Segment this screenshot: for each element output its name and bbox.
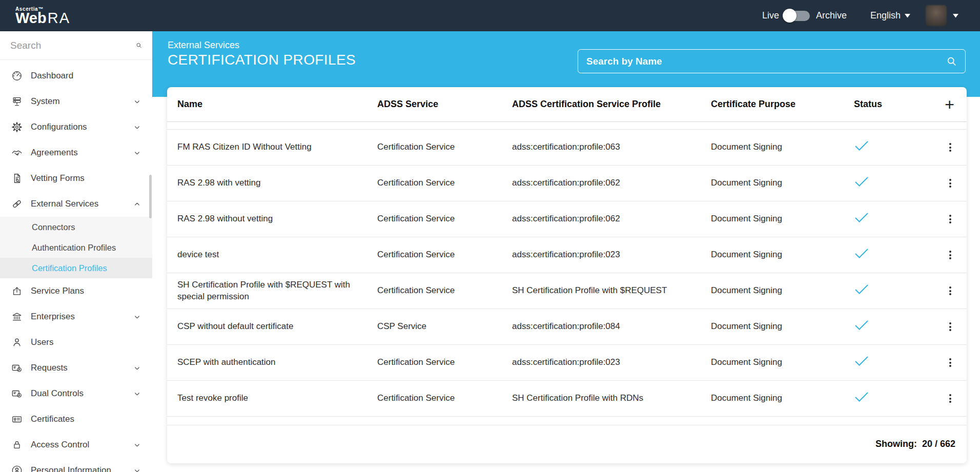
chevron-down-icon <box>133 364 141 372</box>
certificate-icon <box>11 414 23 425</box>
sidebar-scrollbar[interactable] <box>149 175 152 218</box>
sidebar-item-access-control[interactable]: Access Control <box>0 432 152 458</box>
sidebar-item-vetting-forms[interactable]: Vetting Forms <box>0 166 152 191</box>
sidebar-item-dual-controls[interactable]: Dual Controls <box>0 381 152 406</box>
cell-adss-service: Certification Service <box>377 393 512 404</box>
table-row[interactable]: Test revoke profile Certification Servic… <box>167 381 967 417</box>
table-row[interactable]: CSP without default certificate CSP Serv… <box>167 309 967 345</box>
row-menu-kebab-icon[interactable] <box>946 176 954 191</box>
cell-profile: SH Certification Profile with RDNs <box>512 393 711 404</box>
row-menu-kebab-icon[interactable] <box>946 283 954 298</box>
chevron-down-icon <box>133 124 141 131</box>
cell-status <box>847 391 918 406</box>
cell-status <box>847 283 918 298</box>
sidebar-item-users[interactable]: Users <box>0 330 152 355</box>
sidebar-subitem-label: Authentication Profiles <box>32 243 116 253</box>
column-header-adss-certification-service-profile[interactable]: ADSS Certification Service Profile <box>512 98 711 110</box>
archive-label: Archive <box>816 10 847 21</box>
cell-status <box>847 248 918 262</box>
table-row[interactable]: FM RAS Citizen ID Without Vetting Certif… <box>167 130 967 166</box>
main-content: External Services CERTIFICATION PROFILES… <box>152 31 980 472</box>
cell-profile: adss:certification:profile:084 <box>512 321 711 332</box>
sidebar-subitem-connectors[interactable]: Connectors <box>0 217 152 237</box>
document-check-icon <box>11 173 23 184</box>
chevron-down-icon <box>133 441 141 449</box>
chevron-down-icon[interactable] <box>953 14 958 18</box>
sidebar-item-configurations[interactable]: Configurations <box>0 114 152 140</box>
sidebar-item-label: Personal Information <box>31 465 111 472</box>
table-tail-row <box>167 417 967 425</box>
status-check-icon <box>854 355 869 367</box>
cell-name: SCEP with authentication <box>177 357 377 368</box>
sidebar-item-label: Users <box>31 337 53 347</box>
column-header-name[interactable]: Name <box>177 98 377 110</box>
table-row[interactable]: SCEP with authentication Certification S… <box>167 345 967 381</box>
row-menu-kebab-icon[interactable] <box>946 212 954 227</box>
chevron-down-icon <box>133 467 141 472</box>
sidebar-item-service-plans[interactable]: Service Plans <box>0 278 152 304</box>
page-title: CERTIFICATION PROFILES <box>168 52 356 68</box>
sidebar-subitem-certification-profiles[interactable]: Certification Profiles <box>0 258 152 278</box>
sidebar-subitem-label: Connectors <box>32 222 75 232</box>
sidebar-search-input[interactable] <box>10 40 136 51</box>
sidebar-search[interactable] <box>0 31 152 60</box>
name-search-input[interactable] <box>578 56 946 67</box>
bank-icon <box>11 311 23 322</box>
add-profile-button[interactable]: + <box>945 96 954 113</box>
status-check-icon <box>854 176 869 188</box>
chevron-down-icon <box>133 98 141 106</box>
sidebar-item-dashboard[interactable]: Dashboard <box>0 63 152 89</box>
id-card-clock-icon <box>11 362 23 374</box>
external-services-submenu: Connectors Authentication Profiles Certi… <box>0 217 152 278</box>
chevron-down-icon <box>133 149 141 157</box>
status-check-icon <box>854 248 869 259</box>
column-header-certificate-purpose[interactable]: Certificate Purpose <box>711 98 847 110</box>
row-menu-kebab-icon[interactable] <box>946 248 954 262</box>
status-check-icon <box>854 391 869 403</box>
cell-profile: adss:certification:profile:063 <box>512 141 711 153</box>
page-header: External Services CERTIFICATION PROFILES <box>168 40 356 68</box>
name-search[interactable] <box>578 49 966 73</box>
sidebar-item-agreements[interactable]: Agreements <box>0 140 152 166</box>
sidebar-item-requests[interactable]: Requests <box>0 355 152 381</box>
table-row[interactable]: device test Certification Service adss:c… <box>167 237 967 273</box>
server-icon <box>11 96 23 107</box>
table-row[interactable]: RAS 2.98 without vetting Certification S… <box>167 201 967 237</box>
column-header-status[interactable]: Status <box>847 98 918 110</box>
sidebar-item-label: External Services <box>31 199 98 209</box>
column-header-adss-service[interactable]: ADSS Service <box>377 98 512 110</box>
sidebar-item-enterprises[interactable]: Enterprises <box>0 304 152 330</box>
cell-profile: adss:certification:profile:023 <box>512 357 711 368</box>
toggle-knob[interactable] <box>783 9 797 23</box>
status-check-icon <box>854 319 869 331</box>
sidebar-item-external-services[interactable]: External Services <box>0 191 152 217</box>
sidebar: Dashboard System Configurations Agreemen… <box>0 31 152 472</box>
language-dropdown[interactable]: English <box>870 10 910 21</box>
chevron-down-icon <box>133 313 141 321</box>
table-row[interactable]: SH Certification Profile with $REQUEST w… <box>167 273 967 309</box>
row-menu-kebab-icon[interactable] <box>946 140 954 155</box>
table-header-row: Name ADSS Service ADSS Certification Ser… <box>167 87 967 122</box>
cell-name: RAS 2.98 without vetting <box>177 213 377 224</box>
row-menu-kebab-icon[interactable] <box>946 391 954 406</box>
sidebar-item-label: Certificates <box>31 414 74 424</box>
sidebar-item-system[interactable]: System <box>0 89 152 114</box>
search-icon[interactable] <box>136 40 142 51</box>
row-menu-kebab-icon[interactable] <box>946 355 954 370</box>
row-menu-kebab-icon[interactable] <box>946 319 954 334</box>
chevron-down-icon <box>133 390 141 398</box>
search-icon[interactable] <box>946 56 957 67</box>
cell-purpose: Document Signing <box>711 177 847 189</box>
cell-purpose: Document Signing <box>711 393 847 404</box>
avatar[interactable] <box>926 5 947 26</box>
cell-adss-service: Certification Service <box>377 213 512 224</box>
table-row[interactable]: RAS 2.98 with vetting Certification Serv… <box>167 166 967 201</box>
showing-value: 20 / 662 <box>922 439 955 449</box>
sidebar-item-personal-information[interactable]: Personal Information <box>0 458 152 472</box>
sidebar-subitem-authentication-profiles[interactable]: Authentication Profiles <box>0 237 152 258</box>
brand-logo[interactable]: Ascertia™ WebRA <box>0 6 70 26</box>
sidebar-item-label: Dual Controls <box>31 388 84 399</box>
sidebar-subitem-label: Certification Profiles <box>32 263 107 273</box>
live-archive-toggle[interactable] <box>784 11 810 21</box>
sidebar-item-certificates[interactable]: Certificates <box>0 406 152 432</box>
